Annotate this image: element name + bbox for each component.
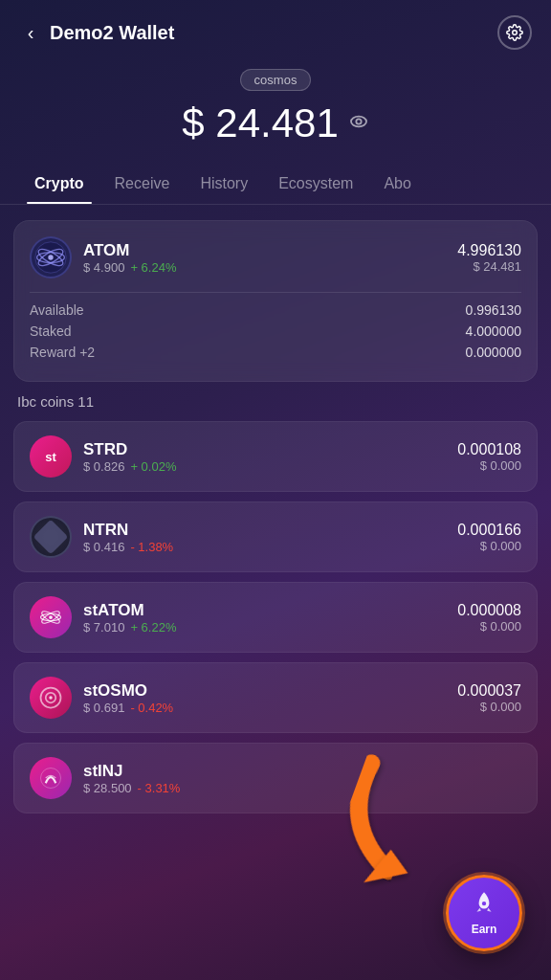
stinj-left: stINJ $ 28.500 - 3.31% bbox=[30, 757, 180, 799]
stosmo-card[interactable]: stOSMO $ 0.691 - 0.42% 0.000037 $ 0.000 bbox=[13, 662, 538, 733]
wallet-title: Demo2 Wallet bbox=[50, 22, 174, 44]
tab-receive[interactable]: Receive bbox=[99, 166, 186, 204]
stosmo-change: - 0.42% bbox=[130, 701, 173, 715]
statom-icon bbox=[30, 596, 72, 638]
stosmo-icon bbox=[30, 677, 72, 719]
tab-about[interactable]: Abo bbox=[368, 166, 426, 204]
strd-price-row: $ 0.826 + 0.02% bbox=[83, 459, 176, 474]
header: ‹ Demo2 Wallet bbox=[0, 0, 551, 57]
atom-name-section: ATOM $ 4.900 + 6.24% bbox=[83, 241, 176, 275]
reward-row: Reward +2 0.000000 bbox=[30, 345, 521, 360]
stinj-change: - 3.31% bbox=[138, 781, 181, 795]
stinj-price: $ 28.500 bbox=[83, 781, 132, 795]
ntrn-inner-shape bbox=[33, 520, 69, 555]
reward-label: Reward +2 bbox=[30, 345, 95, 360]
atom-value: $ 24.481 bbox=[457, 259, 521, 274]
ntrn-value: $ 0.000 bbox=[457, 539, 521, 553]
balance-section: cosmos $ 24.481 bbox=[0, 57, 551, 166]
stosmo-right: 0.000037 $ 0.000 bbox=[457, 682, 521, 714]
strd-info: STRD $ 0.826 + 0.02% bbox=[83, 440, 176, 474]
tab-ecosystem[interactable]: Ecosystem bbox=[263, 166, 368, 204]
atom-card[interactable]: ATOM $ 4.900 + 6.24% 4.996130 $ 24.481 A… bbox=[13, 220, 538, 382]
svg-point-7 bbox=[48, 255, 53, 259]
strd-left: st STRD $ 0.826 + 0.02% bbox=[30, 435, 176, 478]
staked-label: Staked bbox=[30, 323, 72, 339]
strd-value: $ 0.000 bbox=[457, 458, 521, 473]
back-arrow-icon: ‹ bbox=[19, 21, 42, 44]
available-row: Available 0.996130 bbox=[30, 302, 521, 318]
balance-amount: $ 24.481 bbox=[19, 100, 532, 146]
svg-point-0 bbox=[513, 31, 518, 35]
staked-value: 4.000000 bbox=[466, 323, 521, 339]
available-label: Available bbox=[30, 302, 84, 318]
stosmo-price: $ 0.691 bbox=[83, 701, 124, 715]
statom-left: stATOM $ 7.010 + 6.22% bbox=[30, 596, 176, 638]
main-content: ATOM $ 4.900 + 6.24% 4.996130 $ 24.481 A… bbox=[0, 205, 551, 838]
statom-change: + 6.22% bbox=[130, 620, 176, 635]
atom-row: ATOM $ 4.900 + 6.24% 4.996130 $ 24.481 bbox=[30, 236, 521, 278]
eye-icon[interactable] bbox=[348, 114, 369, 134]
tab-history[interactable]: History bbox=[185, 166, 263, 204]
atom-amount: 4.996130 bbox=[457, 242, 521, 259]
strd-amount: 0.000108 bbox=[457, 441, 521, 458]
ntrn-price: $ 0.416 bbox=[83, 540, 124, 554]
stinj-icon bbox=[30, 757, 72, 799]
atom-details: Available 0.996130 Staked 4.000000 Rewar… bbox=[30, 292, 521, 360]
stinj-price-row: $ 28.500 - 3.31% bbox=[83, 781, 180, 795]
available-value: 0.996130 bbox=[466, 302, 521, 318]
strd-name: STRD bbox=[83, 440, 176, 459]
strd-icon: st bbox=[30, 435, 72, 478]
ntrn-right: 0.000166 $ 0.000 bbox=[457, 522, 521, 553]
reward-value: 0.000000 bbox=[466, 345, 521, 360]
earn-button[interactable]: Earn bbox=[446, 875, 522, 951]
svg-point-14 bbox=[49, 696, 53, 700]
ntrn-card[interactable]: NTRN $ 0.416 - 1.38% 0.000166 $ 0.000 bbox=[13, 501, 538, 572]
stosmo-value: $ 0.000 bbox=[457, 700, 521, 714]
statom-right: 0.000008 $ 0.000 bbox=[457, 602, 521, 634]
statom-name: stATOM bbox=[83, 601, 176, 620]
strd-card[interactable]: st STRD $ 0.826 + 0.02% 0.000108 $ 0.000 bbox=[13, 421, 538, 492]
back-button[interactable]: ‹ Demo2 Wallet bbox=[19, 21, 174, 44]
tabs-row: Crypto Receive History Ecosystem Abo bbox=[0, 166, 551, 205]
atom-change: + 6.24% bbox=[130, 260, 176, 275]
earn-label: Earn bbox=[472, 923, 497, 936]
ntrn-info: NTRN $ 0.416 - 1.38% bbox=[83, 521, 173, 554]
stosmo-left: stOSMO $ 0.691 - 0.42% bbox=[30, 677, 173, 719]
statom-price-row: $ 7.010 + 6.22% bbox=[83, 620, 176, 635]
network-badge: cosmos bbox=[240, 69, 312, 91]
ntrn-icon bbox=[30, 516, 72, 558]
balance-value: $ 24.481 bbox=[182, 100, 339, 146]
svg-marker-16 bbox=[364, 845, 413, 896]
svg-point-17 bbox=[482, 902, 486, 905]
strd-right: 0.000108 $ 0.000 bbox=[457, 441, 521, 473]
stinj-info: stINJ $ 28.500 - 3.31% bbox=[83, 762, 180, 795]
strd-change: + 0.02% bbox=[130, 459, 176, 474]
atom-icon bbox=[30, 236, 72, 278]
statom-price: $ 7.010 bbox=[83, 620, 124, 635]
atom-price: $ 4.900 bbox=[83, 260, 124, 275]
ntrn-left: NTRN $ 0.416 - 1.38% bbox=[30, 516, 173, 558]
ntrn-amount: 0.000166 bbox=[457, 522, 521, 539]
statom-amount: 0.000008 bbox=[457, 602, 521, 619]
atom-price-row: $ 4.900 + 6.24% bbox=[83, 260, 176, 275]
staked-row: Staked 4.000000 bbox=[30, 323, 521, 339]
ibc-header: Ibc coins 11 bbox=[17, 393, 534, 410]
strd-price: $ 0.826 bbox=[83, 459, 124, 474]
stinj-name: stINJ bbox=[83, 762, 180, 781]
svg-point-2 bbox=[356, 119, 361, 123]
statom-value: $ 0.000 bbox=[457, 619, 521, 634]
svg-point-11 bbox=[49, 615, 53, 619]
ntrn-change: - 1.38% bbox=[130, 540, 173, 554]
statom-card[interactable]: stATOM $ 7.010 + 6.22% 0.000008 $ 0.000 bbox=[13, 582, 538, 653]
settings-button[interactable] bbox=[497, 15, 532, 50]
stosmo-info: stOSMO $ 0.691 - 0.42% bbox=[83, 681, 173, 715]
statom-info: stATOM $ 7.010 + 6.22% bbox=[83, 601, 176, 635]
stosmo-name: stOSMO bbox=[83, 681, 173, 701]
tab-crypto[interactable]: Crypto bbox=[19, 166, 99, 204]
ntrn-price-row: $ 0.416 - 1.38% bbox=[83, 540, 173, 554]
stosmo-amount: 0.000037 bbox=[457, 682, 521, 700]
atom-name: ATOM bbox=[83, 241, 176, 260]
stinj-card[interactable]: stINJ $ 28.500 - 3.31% bbox=[13, 743, 538, 813]
atom-left: ATOM $ 4.900 + 6.24% bbox=[30, 236, 176, 278]
svg-point-1 bbox=[351, 116, 366, 126]
